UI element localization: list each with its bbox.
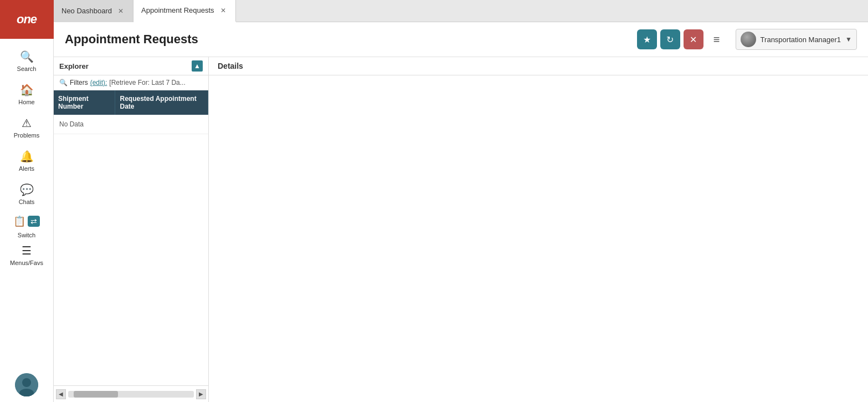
details-header: Details (209, 57, 868, 75)
tab-close-neo-dashboard[interactable]: ✕ (116, 7, 125, 16)
explorer-table-container: Shipment Number Requested Appointment Da… (54, 90, 208, 385)
close-icon: ✕ (690, 34, 697, 45)
switch-icon-main: 📋 (13, 215, 25, 227)
explorer-panel: Explorer ▲ 🔍 Filters (edit): [Retrieve F… (54, 57, 209, 402)
refresh-icon: ↻ (666, 34, 674, 45)
explorer-footer: ◀ ▶ (54, 385, 208, 402)
chevron-down-icon: ▼ (845, 35, 852, 43)
col-requested-appointment-date: Requested Appointment Date (115, 90, 208, 115)
chats-icon: 💬 (20, 183, 34, 196)
tab-close-appointment-requests[interactable]: ✕ (219, 6, 228, 15)
main-area: Neo Dashboard ✕ Appointment Requests ✕ A… (54, 0, 868, 402)
page-title: Appointment Requests (65, 32, 637, 47)
sidebar-item-home[interactable]: 🏠 Home (0, 78, 53, 111)
sidebar-item-label-search: Search (17, 65, 37, 72)
explorer-table: Shipment Number Requested Appointment Da… (54, 90, 208, 134)
sidebar-switch-label: Switch (18, 232, 35, 241)
sidebar-item-label-menus: Menus/Favs (10, 259, 43, 266)
explorer-title: Explorer (59, 62, 89, 70)
switch-icon-alt: ⇄ (28, 216, 40, 227)
sidebar-item-alerts[interactable]: 🔔 Alerts (0, 144, 53, 177)
user-avatar (741, 32, 756, 47)
sidebar-item-search[interactable]: 🔍 Search (0, 44, 53, 78)
filters-edit-link[interactable]: (edit): (90, 79, 107, 86)
logo-text: one (17, 12, 37, 27)
app-logo[interactable]: one (0, 0, 54, 39)
sidebar-item-menus-favs[interactable]: ☰ Menus/Favs (0, 241, 53, 272)
menus-favs-icon: ☰ (22, 244, 32, 257)
refresh-button[interactable]: ↻ (660, 29, 680, 49)
scrollbar-thumb (74, 391, 118, 398)
home-icon: 🏠 (20, 83, 34, 96)
avatar[interactable] (15, 373, 38, 396)
explorer-header: Explorer ▲ (54, 57, 208, 75)
details-panel: Details (209, 57, 868, 402)
menu-button[interactable]: ≡ (707, 29, 727, 49)
alerts-icon: 🔔 (20, 150, 34, 163)
tab-appointment-requests[interactable]: Appointment Requests ✕ (133, 0, 236, 22)
body-split: Explorer ▲ 🔍 Filters (edit): [Retrieve F… (54, 57, 868, 402)
star-button[interactable]: ★ (637, 29, 657, 49)
scroll-right-button[interactable]: ▶ (196, 389, 206, 399)
search-icon: 🔍 (20, 50, 34, 63)
tab-label-appointment-requests: Appointment Requests (141, 6, 214, 14)
filter-icon: 🔍 (59, 79, 68, 86)
filters-label: Filters (70, 79, 88, 86)
hamburger-icon: ≡ (713, 33, 720, 46)
user-name: Transportation Manager1 (761, 35, 841, 44)
user-menu[interactable]: Transportation Manager1 ▼ (736, 29, 857, 50)
sidebar-item-label-alerts: Alerts (19, 165, 34, 172)
sidebar-nav: 🔍 Search 🏠 Home ⚠ Problems 🔔 Alerts 💬 Ch… (0, 39, 53, 373)
col-shipment-number: Shipment Number (54, 90, 115, 115)
tab-label-neo-dashboard: Neo Dashboard (61, 7, 112, 15)
scroll-left-button[interactable]: ◀ (56, 389, 66, 399)
sidebar: one 🔍 Search 🏠 Home ⚠ Problems 🔔 Alerts … (0, 0, 54, 402)
svg-point-1 (22, 378, 31, 387)
content-area: Appointment Requests ★ ↻ ✕ ≡ Transportat… (54, 22, 868, 402)
sidebar-item-label-problems: Problems (14, 132, 39, 139)
problems-icon: ⚠ (22, 116, 32, 130)
tab-neo-dashboard[interactable]: Neo Dashboard ✕ (54, 0, 133, 22)
sidebar-bottom (0, 373, 53, 402)
no-data-cell: No Data (54, 115, 208, 134)
page-header: Appointment Requests ★ ↻ ✕ ≡ Transportat… (54, 22, 868, 57)
header-actions: ★ ↻ ✕ ≡ Transportation Manager1 ▼ (637, 29, 857, 50)
close-button[interactable]: ✕ (684, 29, 703, 49)
explorer-collapse-button[interactable]: ▲ (192, 60, 203, 72)
table-row-no-data: No Data (54, 115, 208, 134)
filters-value: [Retrieve For: Last 7 Da... (109, 79, 185, 86)
sidebar-item-label-chats: Chats (19, 199, 35, 205)
star-icon: ★ (643, 34, 651, 45)
sidebar-item-chats[interactable]: 💬 Chats (0, 177, 53, 211)
sidebar-item-problems[interactable]: ⚠ Problems (0, 111, 53, 144)
horizontal-scrollbar[interactable] (68, 391, 194, 398)
sidebar-item-label-home: Home (18, 99, 34, 105)
sidebar-item-switch[interactable]: 📋 ⇄ (0, 211, 53, 232)
tabs-bar: Neo Dashboard ✕ Appointment Requests ✕ (54, 0, 868, 22)
table-header-row: Shipment Number Requested Appointment Da… (54, 90, 208, 115)
explorer-filters: 🔍 Filters (edit): [Retrieve For: Last 7 … (54, 75, 208, 90)
